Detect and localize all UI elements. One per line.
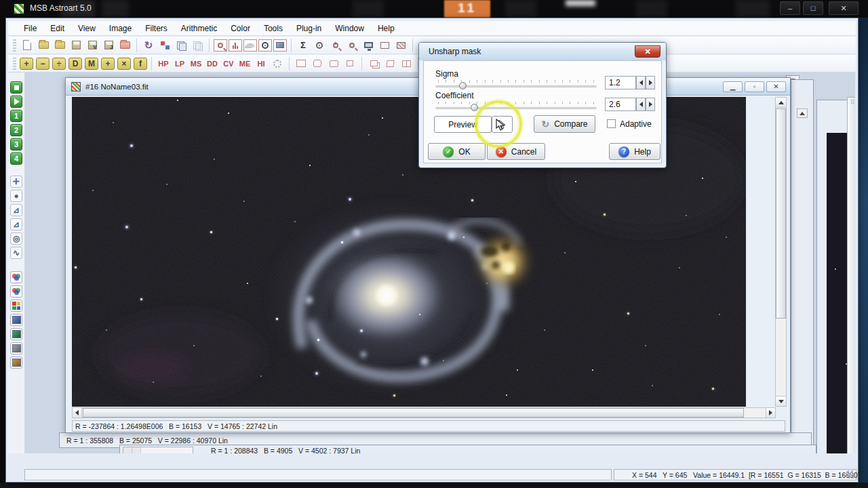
- polyline-tool[interactable]: ∿: [10, 247, 22, 259]
- coefficient-spin-down[interactable]: [636, 98, 646, 111]
- save-copy-icon[interactable]: J: [101, 39, 116, 52]
- resize-grip[interactable]: [846, 470, 854, 479]
- reticle-window-icon[interactable]: [258, 39, 272, 52]
- image-vertical-scrollbar[interactable]: [775, 97, 787, 407]
- image-list-icon[interactable]: [273, 39, 287, 52]
- image-window-minimize-button[interactable]: ▁: [723, 81, 743, 92]
- slot-4-button[interactable]: 4: [10, 152, 22, 165]
- layers-icon[interactable]: [366, 57, 381, 70]
- math-button-5[interactable]: +: [101, 58, 115, 70]
- sigma-slider-thumb[interactable]: [459, 82, 467, 89]
- toolbar-drag-handle[interactable]: [13, 58, 16, 70]
- math-button-1[interactable]: −: [36, 58, 50, 70]
- image-thumb-1[interactable]: [10, 314, 22, 326]
- image-horizontal-scrollbar[interactable]: [72, 407, 776, 418]
- star-add-tool[interactable]: ●: [10, 190, 22, 202]
- menu-image[interactable]: Image: [103, 22, 138, 35]
- filter-button-dd[interactable]: DD: [205, 58, 220, 70]
- menu-edit[interactable]: Edit: [44, 22, 71, 35]
- dialog-titlebar[interactable]: Unsharp mask: [419, 43, 666, 60]
- slot-1-button[interactable]: 1: [10, 110, 22, 122]
- save-icon[interactable]: [68, 39, 83, 52]
- small-window-icon[interactable]: [342, 57, 357, 70]
- rotate-icon[interactable]: [326, 57, 341, 70]
- copy-icon[interactable]: [174, 39, 189, 52]
- image-window-restore-button[interactable]: ▫: [745, 81, 764, 92]
- filter-button-hi[interactable]: HI: [254, 58, 269, 70]
- menu-view[interactable]: View: [72, 22, 102, 35]
- menu-tools[interactable]: Tools: [258, 22, 289, 35]
- math-button-6[interactable]: ×: [117, 58, 131, 70]
- menu-color[interactable]: Color: [224, 22, 256, 35]
- rgb-merge-tool[interactable]: [10, 271, 22, 283]
- filter-button-me[interactable]: ME: [237, 58, 252, 70]
- new-file-icon[interactable]: [20, 39, 35, 52]
- menu-file[interactable]: File: [18, 22, 43, 35]
- window-minimize-button[interactable]: –: [780, 1, 800, 15]
- menu-arithmetic[interactable]: Arithmetic: [175, 22, 223, 35]
- preview-window-icon[interactable]: [214, 39, 227, 52]
- play-button[interactable]: [10, 96, 22, 108]
- math-button-4[interactable]: M: [85, 58, 98, 70]
- window-maximize-button[interactable]: □: [803, 1, 823, 15]
- preview-button[interactable]: Preview: [434, 116, 492, 133]
- menu-window[interactable]: Window: [329, 22, 370, 35]
- image-window-close-button[interactable]: ✕: [766, 81, 786, 92]
- image-thumb-2[interactable]: [10, 328, 22, 340]
- coefficient-slider-thumb[interactable]: [471, 104, 478, 111]
- adaptive-checkbox[interactable]: [607, 119, 616, 128]
- sigma-spin-down[interactable]: [636, 76, 646, 89]
- menu-filters[interactable]: Filters: [139, 22, 174, 35]
- math-button-2[interactable]: ÷: [52, 58, 66, 70]
- chart-add-tool[interactable]: ⊿: [10, 204, 22, 216]
- pointer-box-icon[interactable]: [382, 57, 397, 70]
- zoom-graph-tool[interactable]: ◎: [10, 232, 22, 245]
- math-button-0[interactable]: +: [20, 58, 33, 70]
- zoom-out-icon[interactable]: −: [344, 39, 359, 52]
- filter-button-lp[interactable]: LP: [172, 58, 187, 70]
- color-transfer-icon[interactable]: [157, 39, 172, 52]
- full-screen-icon[interactable]: [361, 39, 376, 52]
- math-button-7[interactable]: f: [134, 58, 147, 70]
- close-file-icon[interactable]: [117, 39, 132, 52]
- menu-help[interactable]: Help: [372, 22, 401, 35]
- background-window3-scrollbar[interactable]: [123, 447, 193, 453]
- filter-button-cv[interactable]: CV: [221, 58, 236, 70]
- coefficient-slider[interactable]: [435, 102, 597, 111]
- open-recent-icon[interactable]: [52, 39, 67, 52]
- cancel-button[interactable]: ✕ Cancel: [487, 143, 545, 160]
- dialog-close-button[interactable]: ✕: [635, 45, 660, 58]
- cursor-add-tool[interactable]: ✛: [10, 176, 22, 188]
- menu-plugin[interactable]: Plug-in: [290, 22, 328, 35]
- split-view-icon[interactable]: [399, 57, 414, 70]
- chart-edit-tool[interactable]: ⊿: [10, 218, 22, 230]
- histogram-window-icon[interactable]: [229, 39, 242, 52]
- far-right-scrollbar[interactable]: [847, 97, 855, 453]
- window-close-button[interactable]: ✕: [829, 1, 859, 15]
- rgb-split-tool[interactable]: [10, 285, 22, 298]
- median-icon[interactable]: [270, 57, 285, 70]
- open-file-icon[interactable]: [36, 39, 51, 52]
- selection-icon[interactable]: [377, 39, 392, 52]
- sigma-spin-up[interactable]: [646, 76, 655, 89]
- selection-filled-icon[interactable]: [393, 39, 408, 52]
- preview-pointer-button[interactable]: [492, 116, 513, 133]
- background-image-window-mid[interactable]: [791, 79, 814, 453]
- sigma-value-field[interactable]: 1.2: [605, 76, 636, 89]
- slot-3-button[interactable]: 3: [10, 138, 22, 150]
- image-thumb-4[interactable]: [10, 357, 22, 369]
- image-thumb-3[interactable]: [10, 342, 22, 354]
- zoom-in-icon[interactable]: +: [328, 39, 343, 52]
- resize-icon[interactable]: [310, 57, 325, 70]
- image-vscroll-thumb[interactable]: [776, 108, 786, 319]
- filter-button-ms[interactable]: MS: [189, 58, 203, 70]
- coefficient-value-field[interactable]: 2.6: [605, 98, 636, 111]
- image-hscroll-thumb[interactable]: [83, 408, 744, 418]
- statistics-icon[interactable]: Σ: [296, 39, 311, 52]
- crop-icon[interactable]: [294, 57, 309, 70]
- stop-button[interactable]: [10, 81, 22, 94]
- filter-button-hp[interactable]: HP: [156, 58, 171, 70]
- paste-icon[interactable]: [190, 39, 205, 52]
- visualization-icon[interactable]: [312, 39, 327, 52]
- color-grid-tool[interactable]: [10, 300, 22, 312]
